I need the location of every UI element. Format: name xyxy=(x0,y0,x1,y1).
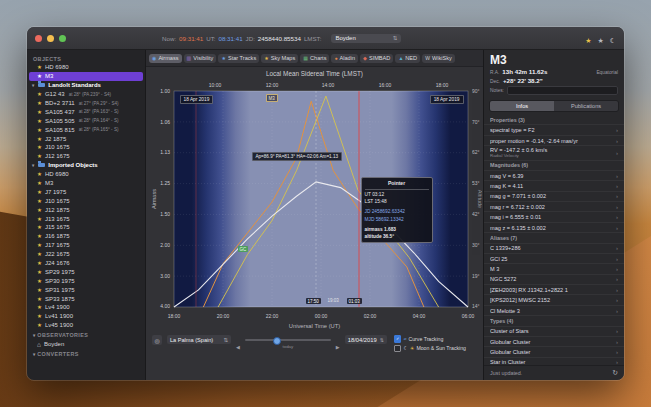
property-row[interactable]: [ZEH2003] RX J1342.1+2822 1 xyxy=(484,285,624,295)
object-list-item[interactable]: Lv45 1900 xyxy=(27,321,145,330)
object-list-item[interactable]: HD 6980 xyxy=(27,170,145,179)
notes-field[interactable] xyxy=(507,86,618,95)
object-list-item[interactable]: SP33 1875 xyxy=(27,294,145,303)
zoom-button[interactable] xyxy=(59,35,66,42)
object-list-item[interactable]: J12 1875 xyxy=(27,205,145,214)
property-row[interactable]: mag K = 4.11 xyxy=(484,181,624,191)
property-row[interactable]: mag V = 6.39 xyxy=(484,171,624,181)
object-list-item[interactable]: J24 1676 xyxy=(27,259,145,268)
object-list-item[interactable]: M3 xyxy=(29,72,143,81)
property-row[interactable]: mag r = 6.712 ± 0.002 xyxy=(484,202,624,212)
object-list-item[interactable]: SP29 1975 xyxy=(27,267,145,276)
object-list-item[interactable]: J22 1675 xyxy=(27,250,145,259)
object-list-item[interactable]: M3 xyxy=(27,179,145,188)
view-tab[interactable]: ▥ Visibility xyxy=(184,54,217,63)
object-list-item[interactable]: J13 1675 xyxy=(27,214,145,223)
object-list-item[interactable]: Imported Objects xyxy=(27,161,145,170)
date-stepper-icon[interactable] xyxy=(380,337,384,343)
property-row[interactable]: Aliases (7) xyxy=(484,233,624,243)
location-select[interactable]: La Palma (Spain) xyxy=(167,335,231,344)
property-row[interactable]: Star in Cluster xyxy=(484,358,624,365)
view-tabs: ◉ Airmass ▥ Visibility ★ Star Tracks xyxy=(146,50,483,67)
view-tab[interactable]: ▲ NED xyxy=(395,54,420,63)
observatory-list-item[interactable]: Boyden xyxy=(27,340,145,349)
locate-icon[interactable] xyxy=(152,335,162,345)
property-row[interactable]: RV = -147.2 ± 0.6 km/s Radial Velocity xyxy=(484,146,624,160)
now-value: 09:31:41 xyxy=(179,35,203,42)
view-tab[interactable]: ◆ SIMBAD xyxy=(360,54,393,63)
property-label: mag K = 4.11 xyxy=(490,183,616,189)
view-tab[interactable]: ● Aladin xyxy=(331,54,358,63)
chevron-right-icon xyxy=(616,287,618,293)
property-row[interactable]: NGC 5272 xyxy=(484,275,624,285)
view-tab[interactable]: ▦ Charts xyxy=(300,54,329,63)
star-icon[interactable] xyxy=(597,29,603,47)
object-list-item[interactable]: SA105 437 at 28° (PA 163° - S) xyxy=(27,107,145,116)
tab-icon: ▦ xyxy=(303,56,308,61)
tooltip-mjd: MJD 58692.13342 xyxy=(365,216,429,223)
property-row[interactable]: proper motion = -0.14, -2.64 mas/yr xyxy=(484,136,624,146)
object-list-item[interactable]: HD 6980 xyxy=(27,63,145,72)
property-row[interactable]: spectral type = F2 xyxy=(484,125,624,135)
object-list-item[interactable]: SA105 505 at 28° (PA 164° - S) xyxy=(27,116,145,125)
object-list-item[interactable]: BD+2 3711 at 27° (PA 29° - S4) xyxy=(27,99,145,108)
info-tab[interactable]: Publications xyxy=(554,101,618,111)
property-row[interactable]: Globular Cluster xyxy=(484,337,624,347)
object-list-item[interactable]: J10 1675 xyxy=(27,196,145,205)
view-tab[interactable]: ◉ Airmass xyxy=(149,54,182,63)
objects-sidebar: OBJECTS HD 6980 M3 xyxy=(27,50,146,380)
view-tab[interactable]: ★ Sky Maps xyxy=(261,54,298,63)
property-row[interactable]: C 1339+286 xyxy=(484,244,624,254)
object-list-item[interactable]: Lv4 1900 xyxy=(27,303,145,312)
object-list-item[interactable]: J15 1675 xyxy=(27,223,145,232)
time-slider[interactable]: today xyxy=(245,335,331,349)
slider-right-button[interactable] xyxy=(336,335,340,353)
curve-tracking-checkbox[interactable] xyxy=(394,335,402,343)
site-select[interactable]: Boyden xyxy=(331,34,401,43)
airmass-chart[interactable]: Airmass Altitude xyxy=(148,78,482,322)
moon-sun-tracking-checkbox[interactable] xyxy=(394,345,402,353)
property-row[interactable]: Cluster of Stars xyxy=(484,327,624,337)
property-label: Properties (3) xyxy=(490,117,618,123)
object-list-item[interactable]: J16 1875 xyxy=(27,232,145,241)
object-list-item[interactable]: J10 1675 xyxy=(27,143,145,152)
object-list-item[interactable]: Lv41 1900 xyxy=(27,312,145,321)
object-list-item[interactable]: J17 1675 xyxy=(27,241,145,250)
object-list-item[interactable]: G12 43 at 28° (PA 239° - S4) xyxy=(27,90,145,99)
view-tab[interactable]: ★ Star Tracks xyxy=(218,54,259,63)
info-tab[interactable]: Infos xyxy=(490,101,554,111)
object-label: J10 1675 xyxy=(45,144,70,150)
date-field[interactable]: 18/04/2019 xyxy=(345,335,387,344)
slider-left-button[interactable] xyxy=(236,335,240,353)
dark-mode-moon-icon[interactable] xyxy=(610,29,616,47)
object-list-item[interactable]: J7 1975 xyxy=(27,187,145,196)
chevron-right-icon xyxy=(616,183,618,189)
minimize-button[interactable] xyxy=(47,35,54,42)
tab-label: SIMBAD xyxy=(369,55,390,61)
favorite-star-icon[interactable] xyxy=(585,29,591,47)
refresh-icon[interactable] xyxy=(612,369,618,377)
property-row[interactable]: mag g = 7.071 ± 0.002 xyxy=(484,192,624,202)
property-row[interactable]: GCl 25 xyxy=(484,254,624,264)
close-button[interactable] xyxy=(35,35,42,42)
curve-tracking-toggle[interactable]: Curve Tracking xyxy=(394,335,466,343)
property-row[interactable]: mag i = 6.555 ± 0.01 xyxy=(484,212,624,222)
object-icon xyxy=(37,109,42,115)
property-row[interactable]: Cl Melotte 3 xyxy=(484,306,624,316)
property-row[interactable]: M 3 xyxy=(484,264,624,274)
object-list-item[interactable]: J12 1675 xyxy=(27,152,145,161)
object-list-item[interactable]: J2 1875 xyxy=(27,134,145,143)
property-row[interactable]: Properties (3) xyxy=(484,115,624,125)
property-row[interactable]: mag z = 6.135 ± 0.002 xyxy=(484,223,624,233)
object-list-item[interactable]: SA105 815 at 28° (PA 165° - S) xyxy=(27,125,145,134)
property-row[interactable]: Magnitudes (6) xyxy=(484,161,624,171)
object-list-item[interactable]: SP31 1975 xyxy=(27,285,145,294)
property-row[interactable]: [KPS2012] MWSC 2152 xyxy=(484,295,624,305)
property-row[interactable]: Globular Cluster xyxy=(484,347,624,357)
object-list-item[interactable]: SP30 1975 xyxy=(27,276,145,285)
slider-thumb[interactable] xyxy=(273,337,281,345)
moon-sun-tracking-toggle[interactable]: Moon & Sun Tracking xyxy=(394,345,466,353)
property-row[interactable]: Types (4) xyxy=(484,316,624,326)
view-tab[interactable]: W WikiSky xyxy=(422,54,455,63)
object-list-item[interactable]: Landolt Standards xyxy=(27,81,145,90)
